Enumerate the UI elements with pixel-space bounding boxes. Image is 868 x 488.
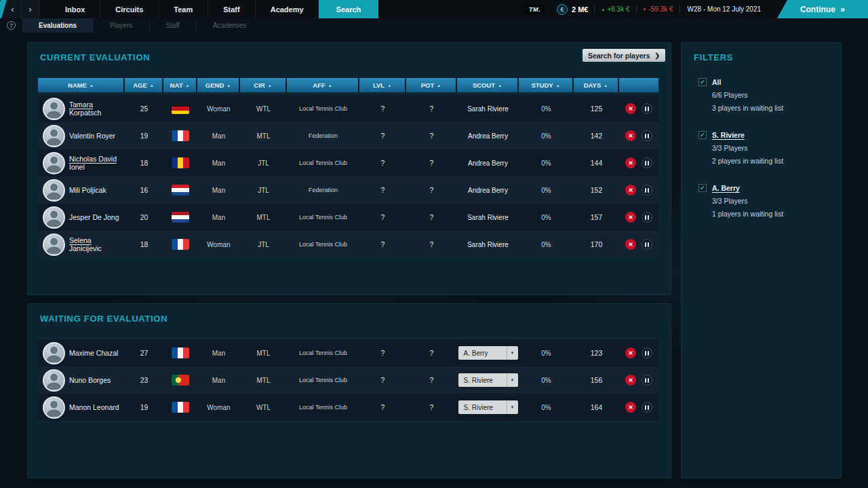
player-name-link[interactable]: Valentin Royer <box>69 132 115 140</box>
tab-evaluations[interactable]: Evaluations <box>22 18 93 33</box>
name-cell: Maxime Chazal <box>69 349 125 357</box>
help-icon[interactable]: ? <box>7 21 16 30</box>
column-header-cir[interactable]: CIR▲ <box>240 78 287 92</box>
table-row[interactable]: Jesper De Jong20ManMTLLocal Tennis Club?… <box>38 204 658 231</box>
table-row[interactable]: Maxime Chazal27ManMTLLocal Tennis Club??… <box>38 339 658 367</box>
column-header-days[interactable]: DAYS▲ <box>574 78 619 92</box>
nav-item-inbox[interactable]: Inbox <box>50 0 100 18</box>
column-header-lvl[interactable]: LVL▲ <box>359 78 406 92</box>
tab-academies[interactable]: Academies <box>196 18 262 33</box>
table-row[interactable]: Tamara Korpatsch25WomanWTLLocal Tennis C… <box>38 95 658 122</box>
player-name-link[interactable]: Nuno Borges <box>69 376 111 384</box>
nav-item-team[interactable]: Team <box>158 0 208 18</box>
player-name-link[interactable]: Manon Leonard <box>69 403 119 411</box>
avatar-cell <box>38 98 69 120</box>
player-name-link[interactable]: Mili Poljicak <box>69 186 106 194</box>
filter-label-a-berry[interactable]: A. Berry <box>712 184 740 192</box>
nav-item-staff[interactable]: Staff <box>208 0 254 18</box>
chevron-down-icon: ▼ <box>507 346 518 360</box>
sort-asc-icon: ▲ <box>226 83 231 88</box>
actions-cell: ✕ <box>619 157 658 168</box>
nationality-cell <box>163 375 197 386</box>
column-header-age[interactable]: AGE▲ <box>125 78 163 92</box>
tab-players[interactable]: Players <box>93 18 149 33</box>
circuit-cell: MTL <box>240 350 287 357</box>
checkbox-checked-icon[interactable]: ✔ <box>698 78 707 86</box>
player-name-link[interactable]: Jesper De Jong <box>69 213 119 221</box>
cancel-evaluation-button[interactable]: ✕ <box>625 375 636 386</box>
top-nav-bar: ‹ › Inbox Circuits Team Staff Academy Se… <box>0 0 868 18</box>
tab-staff[interactable]: Staff <box>149 18 196 33</box>
age-cell: 18 <box>125 159 163 167</box>
player-name-link[interactable]: Selena Janicijevic <box>69 236 125 252</box>
scout-select[interactable]: S. Riviere▼ <box>458 373 518 387</box>
cancel-evaluation-button[interactable]: ✕ <box>625 185 636 195</box>
column-header-aff[interactable]: AFF▲ <box>287 78 359 92</box>
nav-item-search[interactable]: Search <box>319 0 379 18</box>
cancel-evaluation-button[interactable]: ✕ <box>625 212 636 223</box>
cancel-evaluation-button[interactable]: ✕ <box>625 103 636 114</box>
scout-link[interactable]: Sarah Riviere <box>467 105 509 113</box>
pause-icon <box>645 378 646 383</box>
pause-evaluation-button[interactable] <box>642 130 652 141</box>
name-cell: Mili Poljicak <box>69 186 125 194</box>
pause-evaluation-button[interactable] <box>642 239 652 250</box>
cancel-evaluation-button[interactable]: ✕ <box>625 402 636 413</box>
scout-link[interactable]: Sarah Riviere <box>467 241 509 248</box>
scout-link[interactable]: Sarah Riviere <box>467 214 509 221</box>
continue-button[interactable]: Continue » <box>777 0 868 18</box>
nav-item-circuits[interactable]: Circuits <box>100 0 158 18</box>
finances-icon[interactable]: € <box>557 4 568 15</box>
filter-a-berry[interactable]: ✔ A. Berry <box>698 184 834 192</box>
forward-button[interactable]: › <box>22 0 39 18</box>
player-name-link[interactable]: Nicholas David Ionel <box>69 155 125 171</box>
filters-title: FILTERS <box>694 52 733 62</box>
cancel-evaluation-button[interactable]: ✕ <box>625 130 636 141</box>
cancel-evaluation-button[interactable]: ✕ <box>625 239 636 250</box>
scout-link[interactable]: Andrea Berry <box>468 187 508 194</box>
column-header-gend[interactable]: GEND▲ <box>197 78 240 92</box>
scout-select[interactable]: A. Berry▼ <box>458 346 518 360</box>
player-name-link[interactable]: Tamara Korpatsch <box>69 100 125 117</box>
game-date: W28 - Mon 12 July 2021 <box>688 5 761 13</box>
checkbox-checked-icon[interactable]: ✔ <box>698 184 707 192</box>
checkbox-checked-icon[interactable]: ✔ <box>698 131 707 139</box>
nav-item-academy[interactable]: Academy <box>255 0 319 18</box>
pause-evaluation-button[interactable] <box>642 185 652 195</box>
actions-cell: ✕ <box>619 239 658 250</box>
search-for-players-button[interactable]: Search for players ❯ <box>583 49 665 62</box>
table-row[interactable]: Nicholas David Ionel18ManJTLLocal Tennis… <box>38 149 658 176</box>
table-row[interactable]: Valentin Royer19ManMTLFederation??Andrea… <box>38 122 658 149</box>
column-header-study[interactable]: STUDY▲ <box>519 78 574 92</box>
pause-evaluation-button[interactable] <box>642 212 652 223</box>
table-row[interactable]: Manon Leonard19WomanWTLLocal Tennis Club… <box>38 394 658 421</box>
pause-evaluation-button[interactable] <box>642 348 652 358</box>
table-row[interactable]: Selena Janicijevic18WomanJTLLocal Tennis… <box>38 231 658 258</box>
filter-waiting-count: 2 players in waiting list <box>712 157 834 165</box>
player-name-link[interactable]: Maxime Chazal <box>69 349 118 357</box>
back-button[interactable]: ‹ <box>4 0 22 18</box>
filter-s-riviere[interactable]: ✔ S. Riviere <box>698 131 834 139</box>
days-cell: 125 <box>574 105 619 113</box>
column-header-name[interactable]: NAME▲ <box>38 78 125 92</box>
scout-link[interactable]: Andrea Berry <box>468 159 508 167</box>
pause-evaluation-button[interactable] <box>642 157 652 168</box>
current-evaluation-rows: Tamara Korpatsch25WomanWTLLocal Tennis C… <box>38 95 658 258</box>
table-row[interactable]: Nuno Borges23ManMTLLocal Tennis Club??S.… <box>38 367 658 394</box>
filter-all[interactable]: ✔ All <box>698 78 834 86</box>
table-row[interactable]: Mili Poljicak16ManJTLFederation??Andrea … <box>38 176 658 204</box>
column-header-scout[interactable]: SCOUT▲ <box>457 78 519 92</box>
pause-evaluation-button[interactable] <box>642 402 652 413</box>
pause-evaluation-button[interactable] <box>642 375 652 386</box>
level-cell: ? <box>359 213 406 221</box>
cancel-evaluation-button[interactable]: ✕ <box>625 348 636 358</box>
filter-label-s-riviere[interactable]: S. Riviere <box>712 131 745 139</box>
scout-select[interactable]: S. Riviere▼ <box>458 400 518 414</box>
cancel-evaluation-button[interactable]: ✕ <box>625 157 636 168</box>
column-header-nat[interactable]: NAT▲ <box>163 78 197 92</box>
days-cell: 152 <box>574 186 619 194</box>
pause-evaluation-button[interactable] <box>642 103 652 114</box>
column-header-pot[interactable]: POT▲ <box>406 78 457 92</box>
scout-link[interactable]: Andrea Berry <box>468 132 508 140</box>
name-cell: Valentin Royer <box>69 132 125 140</box>
